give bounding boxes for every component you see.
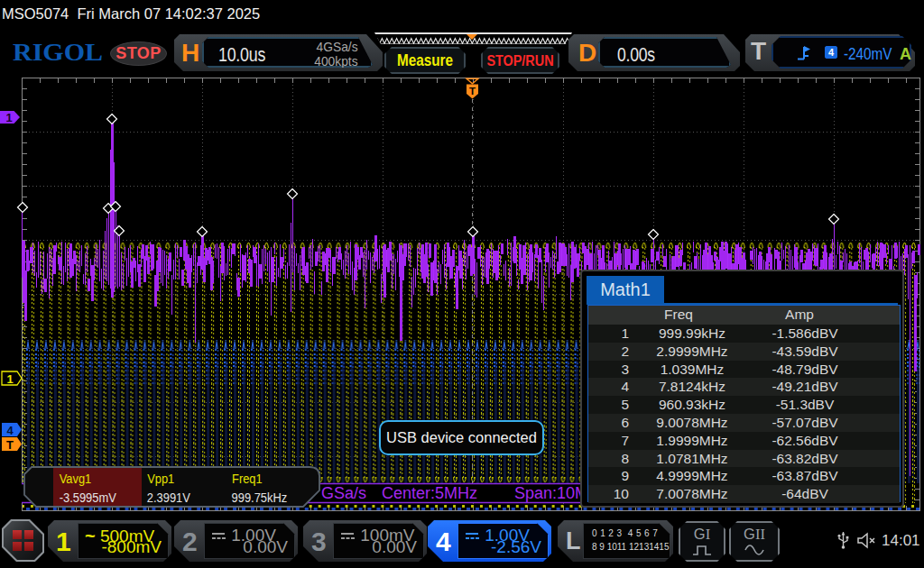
svg-text:T: T [6,438,14,452]
svg-text:1: 1 [5,111,12,124]
svg-text:1: 1 [6,372,13,386]
svg-text:Center:5MHz: Center:5MHz [382,484,477,502]
svg-text:T: T [469,86,476,96]
svg-text:4: 4 [6,424,14,437]
svg-text:GSa/s: GSa/s [321,484,366,502]
